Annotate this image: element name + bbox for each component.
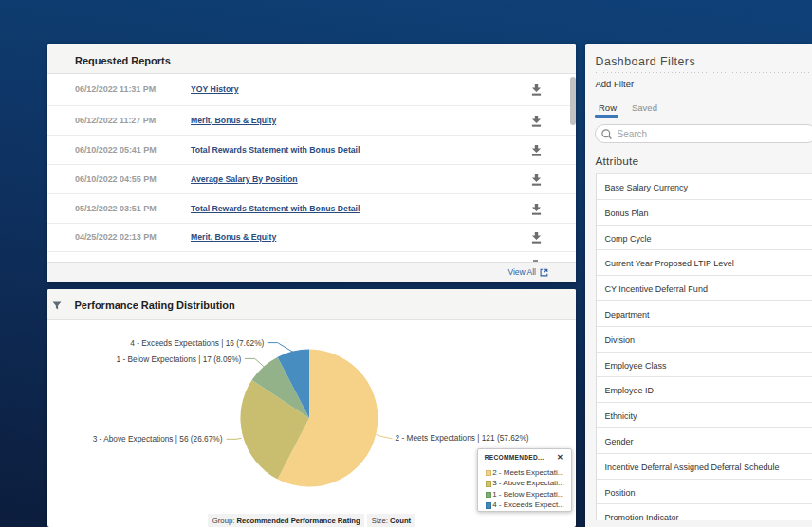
svg-text:4 - Exceeds Expectations | 16: 4 - Exceeds Expectations | 16 (7.62%) (130, 338, 264, 348)
svg-text:2 - Meets Expectations | 121 (: 2 - Meets Expectations | 121 (57.62%) (396, 433, 529, 443)
svg-text:3 - Above Expectations | 56 (2: 3 - Above Expectations | 56 (26.67%) (93, 433, 223, 443)
svg-text:1 - Below Expectations | 17 (8: 1 - Below Expectations | 17 (8.09%) (117, 354, 242, 363)
